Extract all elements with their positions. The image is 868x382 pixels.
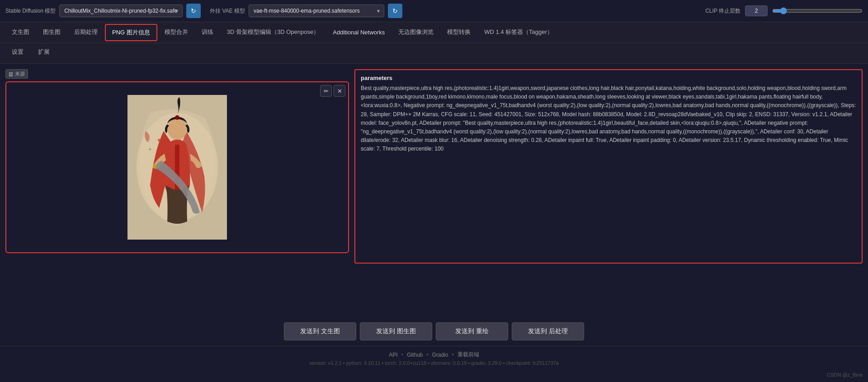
gradio-link[interactable]: Gradio xyxy=(432,352,448,358)
clip-slider[interactable] xyxy=(772,7,863,14)
right-panel: parameters Best quality,masterpiece,ultr… xyxy=(354,69,863,264)
vae-model-select-wrapper: vae-ft-mse-840000-ema-pruned.safetensors xyxy=(249,5,384,17)
vae-model-section: 外挂 VAE 模型 vae-ft-mse-840000-ema-pruned.s… xyxy=(210,4,402,18)
tab-convert[interactable]: 模型转换 xyxy=(441,24,477,42)
clip-section: CLIP 终止层数 2 xyxy=(705,5,863,16)
send-img2img-btn[interactable]: 发送到 图生图 xyxy=(360,322,432,340)
params-title: parameters xyxy=(361,75,856,81)
image-tools xyxy=(320,85,345,97)
edit-image-btn[interactable] xyxy=(320,85,332,97)
footer: API • Github • Gradio • 重载前端 version: v1… xyxy=(0,346,868,370)
source-label-row: 来源 xyxy=(5,69,349,79)
close-image-btn[interactable] xyxy=(334,85,345,97)
tab-merge[interactable]: 模型合并 xyxy=(158,24,194,42)
tab-3d[interactable]: 3D 骨架模型编辑（3D Openpose） xyxy=(221,24,326,42)
sd-model-select[interactable]: ChilloutMix_Chilloutmix-Ni-pruned-fp32-f… xyxy=(59,5,183,17)
sd-model-refresh-btn[interactable] xyxy=(186,4,201,18)
clip-value: 2 xyxy=(745,5,768,16)
sd-model-select-wrapper: ChilloutMix_Chilloutmix-Ni-pruned-fp32-f… xyxy=(59,5,183,17)
csdn-badge: CSDN @z_Bine xyxy=(827,372,863,377)
tab-img2img[interactable]: 图生图 xyxy=(37,24,67,42)
reload-link[interactable]: 重载前端 xyxy=(458,351,479,358)
tab-settings[interactable]: 设置 xyxy=(5,43,30,61)
sd-model-section: Stable Diffusion 模型 ChilloutMix_Chillout… xyxy=(5,4,201,18)
clip-label: CLIP 终止层数 xyxy=(705,7,741,15)
nav-row2: 设置 扩展 xyxy=(0,43,868,64)
tab-postprocess[interactable]: 后期处理 xyxy=(68,24,104,42)
send-txt2img-btn[interactable]: 发送到 文生图 xyxy=(284,322,356,340)
action-buttons: 发送到 文生图 发送到 图生图 发送到 重绘 发送到 后处理 xyxy=(0,317,868,346)
top-bar: Stable Diffusion 模型 ChilloutMix_Chillout… xyxy=(0,0,868,22)
tab-addnet[interactable]: Additional Networks xyxy=(326,24,391,41)
svg-point-5 xyxy=(149,148,151,150)
main-content: 来源 xyxy=(0,64,868,317)
tab-extensions[interactable]: 扩展 xyxy=(32,43,56,61)
send-redraw-btn[interactable]: 发送到 重绘 xyxy=(436,322,508,340)
svg-point-4 xyxy=(158,139,160,141)
send-postprocess-btn[interactable]: 发送到 后处理 xyxy=(512,322,584,340)
footer-links: API • Github • Gradio • 重载前端 xyxy=(5,351,863,358)
refresh-icon xyxy=(191,7,196,14)
sd-model-label: Stable Diffusion 模型 xyxy=(5,7,56,15)
source-badge: 来源 xyxy=(5,69,28,79)
svg-point-2 xyxy=(167,118,187,140)
params-text: Best quality,masterpiece,ultra high res,… xyxy=(361,84,856,154)
left-panel: 来源 xyxy=(5,69,349,311)
tab-train[interactable]: 训练 xyxy=(195,24,220,42)
footer-version: version: v1.2.1 • python: 3.10.11 • torc… xyxy=(5,360,863,366)
vae-model-refresh-btn[interactable] xyxy=(388,4,402,18)
vae-model-select[interactable]: vae-ft-mse-840000-ema-pruned.safetensors xyxy=(249,5,384,17)
source-label-text: 来源 xyxy=(15,71,25,77)
github-link[interactable]: Github xyxy=(407,352,423,358)
tab-txt2img[interactable]: 文生图 xyxy=(5,24,36,42)
nav-tabs: 文生图 图生图 后期处理 PNG 图片信息 模型合并 训练 3D 骨架模型编辑（… xyxy=(0,22,868,43)
img-icon xyxy=(9,71,13,77)
api-link[interactable]: API xyxy=(389,352,397,358)
close-icon xyxy=(337,88,342,94)
svg-point-3 xyxy=(175,115,179,120)
tab-pnginfo[interactable]: PNG 图片信息 xyxy=(105,24,157,41)
tab-tagger[interactable]: WD 1.4 标签器（Tagger） xyxy=(478,24,559,42)
edit-icon xyxy=(324,88,329,94)
tab-infinigrid[interactable]: 无边图像浏览 xyxy=(392,24,440,42)
vae-model-label: 外挂 VAE 模型 xyxy=(210,7,245,15)
refresh-icon-vae xyxy=(392,7,398,14)
image-drop-area[interactable] xyxy=(5,81,349,253)
